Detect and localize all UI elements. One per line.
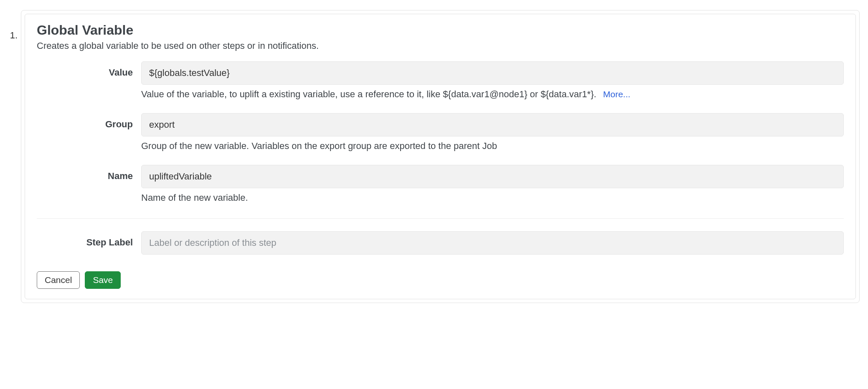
value-more-link[interactable]: More... [603,89,630,99]
name-input[interactable] [141,165,844,188]
value-help: Value of the variable, to uplift a exist… [141,89,844,100]
input-col-step-label [141,231,844,255]
panel-inner: Global Variable Creates a global variabl… [25,14,856,299]
panel-subtitle: Creates a global variable to be used on … [37,40,844,51]
divider [37,218,844,219]
value-label: Value [109,67,133,78]
step-container: 1. Global Variable Creates a global vari… [8,0,860,303]
group-input[interactable] [141,113,844,136]
row-name: Name Name of the new variable. [37,165,844,217]
input-col-name: Name of the new variable. [141,165,844,217]
label-col-value: Value [37,61,141,78]
save-button[interactable]: Save [85,271,121,289]
step-number: 1. [8,10,18,41]
row-group: Group Group of the new variable. Variabl… [37,113,844,165]
value-help-text: Value of the variable, to uplift a exist… [141,89,596,99]
input-col-group: Group of the new variable. Variables on … [141,113,844,165]
panel-title: Global Variable [37,23,844,38]
button-row: Cancel Save [37,271,844,289]
name-help: Name of the new variable. [141,192,844,203]
name-label: Name [108,171,133,181]
label-col-name: Name [37,165,141,182]
value-input[interactable] [141,61,844,85]
label-col-step-label: Step Label [37,231,141,248]
panel-outer: Global Variable Creates a global variabl… [21,10,860,303]
cancel-button[interactable]: Cancel [37,271,80,289]
group-help: Group of the new variable. Variables on … [141,141,844,152]
label-col-group: Group [37,113,141,130]
row-value: Value Value of the variable, to uplift a… [37,61,844,113]
step-label-label: Step Label [86,237,133,248]
group-label: Group [105,119,133,129]
row-step-label: Step Label [37,231,844,255]
input-col-value: Value of the variable, to uplift a exist… [141,61,844,113]
step-label-input[interactable] [141,231,844,255]
